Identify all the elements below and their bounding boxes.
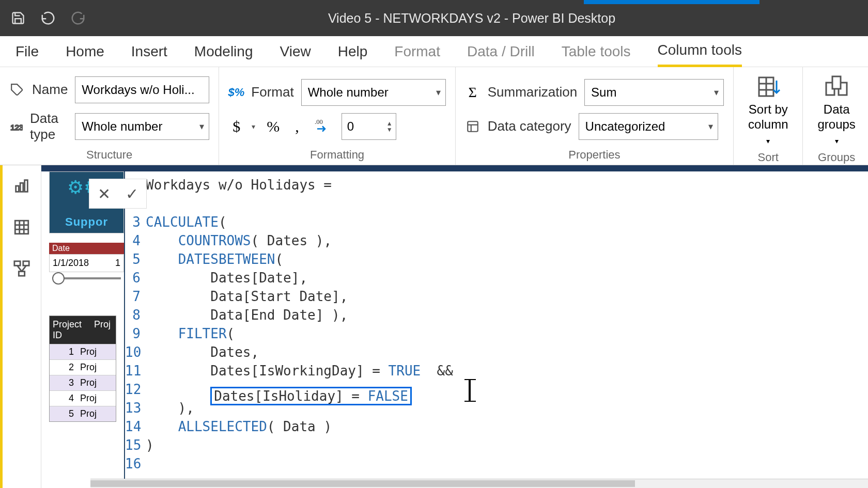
titlebar: Video 5 - NETWORKDAYS v2 - Power BI Desk… — [0, 0, 868, 36]
group-label-structure: Structure — [9, 146, 209, 162]
support-card-text: Suppor — [65, 215, 108, 229]
model-view-icon[interactable] — [11, 258, 32, 279]
category-icon — [465, 119, 481, 134]
save-icon[interactable] — [10, 10, 26, 26]
table-row[interactable]: 3Proj — [50, 375, 116, 390]
code-line[interactable]: CALCULATE( — [146, 213, 868, 231]
slider-thumb[interactable] — [52, 272, 65, 285]
spinner-down-icon[interactable]: ▼ — [386, 127, 393, 133]
currency-button[interactable]: $ — [228, 118, 244, 135]
code-line[interactable]: COUNTROWS( Dates ), — [146, 231, 868, 250]
code-area[interactable]: Workdays w/o Holidays = CALCULATE( COUNT… — [146, 176, 868, 473]
sort-by-column-button[interactable]: Sort by column ▾ — [743, 72, 793, 149]
code-line[interactable]: Dates, — [146, 343, 868, 361]
svg-rect-15 — [25, 180, 28, 192]
sigma-icon: Σ — [465, 85, 481, 100]
tab-view[interactable]: View — [280, 37, 311, 66]
horizontal-scrollbar[interactable] — [90, 479, 868, 488]
data-groups-button[interactable]: Data groups ▾ — [812, 72, 860, 149]
percent-button[interactable]: % — [262, 118, 284, 135]
tab-home[interactable]: Home — [66, 37, 104, 66]
left-rail — [0, 165, 41, 488]
svg-text:123: 123 — [10, 122, 23, 131]
tab-tabletools[interactable]: Table tools — [562, 37, 631, 66]
tab-help[interactable]: Help — [338, 37, 368, 66]
tab-modeling[interactable]: Modeling — [194, 37, 253, 66]
date-slicer-value[interactable]: 1/1/20181 — [49, 254, 124, 272]
decimals-spinner[interactable]: ▲▼ — [342, 113, 396, 140]
name-input[interactable] — [75, 76, 209, 103]
svg-text:.00: .00 — [315, 118, 323, 125]
category-label: Data category — [488, 118, 571, 134]
ribbon: Name 123 Data type Whole number Structur… — [0, 67, 868, 165]
ribbon-tabs: File Home Insert Modeling View Help Form… — [0, 36, 868, 67]
formula-commit-button[interactable]: ✓ — [121, 183, 142, 204]
tab-datadrill[interactable]: Data / Drill — [467, 37, 535, 66]
table-row[interactable]: 2Proj — [50, 359, 116, 375]
code-line[interactable]: FILTER( — [146, 324, 868, 343]
report-view-icon[interactable] — [11, 176, 32, 196]
table-row[interactable]: 1Proj — [50, 344, 116, 359]
tab-columntools[interactable]: Column tools — [658, 36, 742, 67]
undo-icon[interactable] — [40, 10, 56, 26]
table-header-projectid[interactable]: Project ID — [50, 316, 91, 344]
group-label-sort: Sort — [743, 149, 793, 164]
tab-file[interactable]: File — [16, 37, 39, 66]
redo-icon[interactable] — [70, 10, 86, 26]
svg-rect-21 — [14, 261, 20, 265]
code-line[interactable]: ) — [146, 436, 868, 454]
ribbon-group-structure: Name 123 Data type Whole number Structur… — [0, 67, 219, 165]
svg-line-25 — [22, 265, 26, 271]
ribbon-group-formatting: $% Format Whole number $ ▾ % , .00 ▲▼ Fo… — [219, 67, 455, 165]
code-line[interactable]: DATESBETWEEN( — [146, 250, 868, 269]
code-line[interactable]: Data[Start Date], — [146, 287, 868, 306]
svg-rect-23 — [19, 272, 24, 276]
code-line[interactable]: Dates[Date], — [146, 269, 868, 287]
tab-insert[interactable]: Insert — [131, 37, 167, 66]
svg-rect-13 — [16, 186, 19, 192]
name-label: Name — [32, 82, 68, 98]
ribbon-group-sort: Sort by column ▾ Sort — [734, 67, 803, 165]
code-line[interactable]: Data[End Date] ), — [146, 306, 868, 324]
date-slicer-header: Date — [49, 243, 124, 254]
svg-rect-22 — [23, 261, 29, 265]
category-select[interactable]: Uncategorized — [579, 113, 718, 140]
formula-editor[interactable]: ✕ ✓ 12345678910111213141516 Workdays w/o… — [124, 171, 868, 488]
format-select[interactable]: Whole number — [301, 79, 446, 106]
code-line[interactable] — [146, 454, 868, 473]
table-row[interactable]: 4Proj — [50, 390, 116, 406]
table-header-proj[interactable]: Proj — [91, 316, 114, 344]
date-slider[interactable] — [49, 272, 124, 285]
canvas-header-strip — [41, 165, 868, 171]
datatype-select[interactable]: Whole number — [75, 113, 209, 140]
code-line[interactable]: Dates[IsHoliday] = FALSE — [146, 380, 868, 399]
data-view-icon[interactable] — [11, 217, 32, 238]
sort-button-label: Sort by column ▾ — [748, 102, 788, 147]
group-label-groups: Groups — [812, 149, 860, 164]
svg-rect-16 — [15, 221, 28, 234]
code-line[interactable]: Workdays w/o Holidays = — [146, 176, 868, 194]
summarization-select[interactable]: Sum — [584, 79, 724, 106]
code-line[interactable] — [146, 194, 868, 213]
canvas: ⚙⚙ Suppor Date 1/1/20181 Project ID Proj… — [41, 165, 868, 488]
comma-button[interactable]: , — [291, 118, 303, 135]
code-line[interactable]: ALLSELECTED( Data ) — [146, 417, 868, 436]
groups-button-label: Data groups ▾ — [817, 102, 855, 147]
svg-rect-3 — [468, 121, 478, 132]
code-line[interactable]: Dates[IsWorkingDay] = TRUE && — [146, 361, 868, 380]
titlebar-accent — [584, 0, 760, 4]
formula-cancel-button[interactable]: ✕ — [94, 183, 114, 204]
currency-dropdown-icon[interactable]: ▾ — [252, 122, 255, 131]
ribbon-group-properties: Σ Summarization Sum Data category Uncate… — [456, 67, 734, 165]
scrollbar-thumb[interactable] — [90, 480, 635, 487]
tab-format[interactable]: Format — [394, 37, 440, 66]
summarization-label: Summarization — [488, 84, 577, 100]
spinner-up-icon[interactable]: ▲ — [386, 120, 393, 127]
svg-rect-14 — [20, 183, 23, 192]
ribbon-group-groups: Data groups ▾ Groups — [803, 67, 868, 165]
decimals-input[interactable] — [342, 119, 383, 134]
table-row[interactable]: 5Proj — [50, 406, 116, 421]
text-cursor — [469, 380, 471, 401]
decimal-button[interactable]: .00 — [311, 117, 334, 135]
group-label-properties: Properties — [465, 146, 724, 162]
